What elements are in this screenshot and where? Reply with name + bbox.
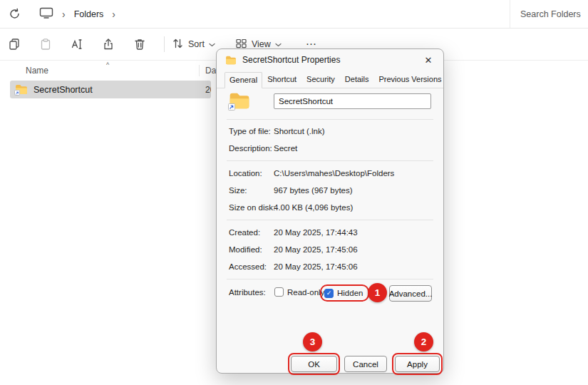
filename-input[interactable] xyxy=(274,93,431,109)
annotation-step-2: 2 xyxy=(414,332,433,351)
properties-dialog: SecretShortcut Properties ✕ General Shor… xyxy=(216,48,444,374)
column-divider[interactable] xyxy=(199,65,200,76)
annotation-step-1: 1 xyxy=(368,283,387,302)
hidden-label: Hidden xyxy=(337,289,363,297)
file-name: SecretShortcut xyxy=(33,85,93,95)
rename-icon[interactable] xyxy=(70,37,84,51)
read-only-label: Read-only xyxy=(287,288,324,297)
column-header-name[interactable]: Name xyxy=(26,66,48,76)
field-created: Created: 20 May 2025, 17:44:43 xyxy=(229,227,432,238)
field-accessed: Accessed: 20 May 2025, 17:45:06 xyxy=(229,261,432,272)
file-date: 20- xyxy=(205,85,211,95)
field-size: Size: 967 bytes (967 bytes) xyxy=(229,185,432,196)
chevron-right-icon[interactable]: › xyxy=(62,9,66,19)
chevron-down-icon xyxy=(209,39,215,49)
field-description: Description: Secret xyxy=(229,143,432,154)
tab-general[interactable]: General xyxy=(225,72,262,88)
refresh-icon[interactable] xyxy=(9,8,21,20)
close-icon[interactable]: ✕ xyxy=(421,52,436,68)
cancel-button[interactable]: Cancel xyxy=(344,356,387,372)
read-only-checkbox[interactable] xyxy=(274,287,284,297)
attributes-row: Attributes: Read-only ✓ Hidden Advanced.… xyxy=(229,284,432,302)
field-type-of-file: Type of file: Shortcut (.lnk) xyxy=(229,125,432,137)
copy-icon[interactable] xyxy=(7,37,21,51)
field-label: Size: xyxy=(229,185,274,196)
share-icon[interactable] xyxy=(101,37,115,51)
dialog-tabs: General Shortcut Security Details Previo… xyxy=(217,71,443,88)
field-value: Shortcut (.lnk) xyxy=(274,125,325,137)
advanced-button[interactable]: Advanced... xyxy=(389,285,432,302)
shortcut-arrow-icon xyxy=(228,103,235,111)
field-value: 20 May 2025, 17:45:06 xyxy=(274,261,358,272)
dialog-buttons: OK Cancel Apply xyxy=(229,356,432,372)
attributes-label: Attributes: xyxy=(229,288,266,297)
field-label: Location: xyxy=(229,168,274,179)
chevron-right-icon[interactable]: › xyxy=(112,9,115,19)
sort-button[interactable]: Sort xyxy=(172,38,215,51)
sort-icon xyxy=(172,38,184,51)
sort-ascending-icon: ^ xyxy=(106,61,109,68)
search-input[interactable]: Search Folders xyxy=(510,0,588,28)
tab-shortcut[interactable]: Shortcut xyxy=(262,71,301,88)
dialog-title: SecretShortcut Properties xyxy=(242,55,340,65)
file-explorer-window: › Folders › Search Folders Sort xyxy=(0,0,588,385)
field-label: Created: xyxy=(229,227,274,238)
field-label: Modified: xyxy=(229,244,274,255)
check-icon: ✓ xyxy=(326,290,332,297)
file-type-icon xyxy=(229,92,250,110)
hidden-option-highlight: ✓ Hidden xyxy=(320,284,369,302)
field-value: Secret xyxy=(274,143,297,154)
desktop-icon[interactable] xyxy=(39,7,53,21)
field-value: C:\Users\mahes\Desktop\Folders xyxy=(274,168,394,179)
breadcrumb-folder[interactable]: Folders xyxy=(74,9,104,19)
field-label: Description: xyxy=(229,143,274,154)
divider xyxy=(227,160,433,161)
shortcut-arrow-icon xyxy=(14,90,20,96)
field-size-on-disk: Size on disk: 4.00 KB (4,096 bytes) xyxy=(229,202,432,213)
toolbar-divider xyxy=(164,36,165,52)
apply-button[interactable]: Apply xyxy=(395,356,440,372)
field-value: 4.00 KB (4,096 bytes) xyxy=(274,202,353,213)
field-label: Accessed: xyxy=(229,261,274,272)
folder-shortcut-icon xyxy=(15,84,28,95)
tab-security[interactable]: Security xyxy=(301,71,340,88)
address-bar: › Folders › Search Folders xyxy=(0,0,588,29)
divider xyxy=(227,119,433,120)
divider xyxy=(227,220,433,220)
file-row[interactable]: SecretShortcut 20- xyxy=(10,81,211,98)
divider xyxy=(227,279,433,279)
field-label: Size on disk: xyxy=(229,202,274,213)
field-label: Type of file: xyxy=(229,125,274,137)
field-location: Location: C:\Users\mahes\Desktop\Folders xyxy=(229,168,432,179)
field-modified: Modified: 20 May 2025, 17:45:06 xyxy=(229,244,432,255)
ok-button[interactable]: OK xyxy=(291,356,337,372)
field-value: 20 May 2025, 17:45:06 xyxy=(274,244,358,255)
read-only-option: Read-only xyxy=(274,287,324,297)
annotation-step-3: 3 xyxy=(303,332,322,351)
hidden-checkbox[interactable]: ✓ xyxy=(324,289,334,298)
dialog-folder-icon xyxy=(225,56,237,65)
tab-details[interactable]: Details xyxy=(340,71,374,88)
dialog-titlebar[interactable]: SecretShortcut Properties ✕ xyxy=(217,49,443,71)
delete-icon[interactable] xyxy=(133,37,147,51)
tab-previous-versions[interactable]: Previous Versions xyxy=(373,71,446,88)
paste-icon xyxy=(38,37,53,51)
sort-button-label: Sort xyxy=(188,39,205,49)
view-button-label: View xyxy=(252,39,271,49)
field-value: 20 May 2025, 17:44:43 xyxy=(274,227,358,238)
breadcrumb: › Folders › xyxy=(39,7,115,21)
field-value: 967 bytes (967 bytes) xyxy=(274,185,353,196)
chevron-down-icon xyxy=(275,39,282,49)
